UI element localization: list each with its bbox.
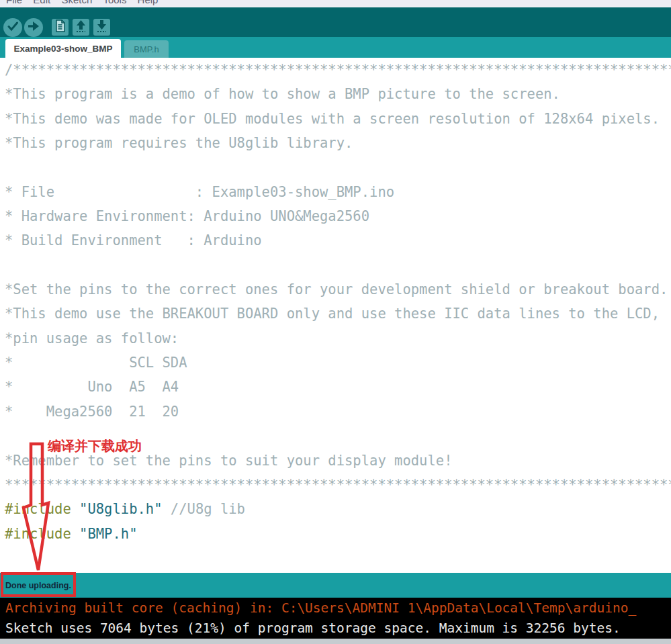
tab-label: Example03-show_BMP [13, 44, 112, 54]
arrow-down-icon [93, 17, 110, 37]
arrow-right-icon [24, 17, 43, 38]
check-icon [3, 17, 22, 38]
status-message: Done uploading. [5, 581, 71, 590]
code-line: * Uno A5 A4 [5, 375, 671, 399]
save-sketch-button[interactable] [93, 19, 110, 36]
console-output: Archiving built core (caching) in: C:\Us… [0, 598, 671, 639]
code-line: * Hardware Environment: Arduino UNO&Mega… [5, 204, 671, 228]
tab-example03-show-bmp[interactable]: Example03-show_BMP [5, 39, 121, 58]
tab-label: BMP.h [134, 44, 159, 54]
arduino-ide-window: File Edit Sketch Tools Help [0, 0, 671, 644]
code-line: ****************************************… [5, 473, 671, 497]
code-line: #include "BMP.h" [5, 522, 671, 546]
code-lines: /***************************************… [5, 58, 671, 570]
code-line: /***************************************… [5, 58, 671, 82]
code-line: *pin usage as follow: [5, 326, 671, 351]
menu-file[interactable]: File [2, 0, 26, 5]
code-line: *This demo use the BREAKOUT BOARD only a… [5, 302, 671, 326]
tab-bmp-h[interactable]: BMP.h [124, 40, 169, 58]
window-bottom-edge [0, 639, 671, 644]
code-line: *Set the pins to the correct ones for yo… [5, 277, 671, 302]
code-line: *This demo was made for OLED modules wit… [5, 107, 671, 131]
code-line: *This program requires the U8glib librar… [5, 131, 671, 155]
code-line: * Build Environment : Arduino [5, 228, 671, 252]
menu-help[interactable]: Help [134, 0, 163, 5]
new-sketch-button[interactable] [52, 19, 69, 36]
verify-button[interactable] [3, 18, 22, 37]
document-icon [52, 17, 69, 37]
code-line [5, 424, 671, 448]
menu-sketch[interactable]: Sketch [57, 0, 96, 5]
tab-strip: Example03-show_BMP BMP.h [0, 37, 671, 58]
upload-button[interactable] [24, 18, 43, 37]
code-line: *Remember to set the pins to suit your d… [5, 449, 671, 473]
status-bar: Done uploading. [0, 573, 671, 598]
console-line: Archiving built core (caching) in: C:\Us… [5, 598, 671, 618]
menu-tools[interactable]: Tools [99, 0, 130, 5]
code-line [5, 253, 671, 277]
code-editor[interactable]: /***************************************… [0, 58, 671, 573]
arrow-up-icon [73, 17, 89, 37]
code-line [5, 546, 671, 570]
code-line: * File : Example03-show_BMP.ino [5, 180, 671, 204]
code-line: * SCL SDA [5, 351, 671, 375]
toolbar [0, 7, 671, 37]
console-line: Sketch uses 7064 bytes (21%) of program … [5, 618, 671, 639]
open-sketch-button[interactable] [73, 19, 89, 36]
menu-bar: File Edit Sketch Tools Help [0, 0, 671, 7]
menu-edit[interactable]: Edit [29, 0, 54, 5]
code-line: #include "U8glib.h" //U8g lib [5, 497, 671, 521]
code-line [5, 155, 671, 179]
code-line: *This program is a demo of how to show a… [5, 82, 671, 106]
code-line: * Mega2560 21 20 [5, 400, 671, 424]
